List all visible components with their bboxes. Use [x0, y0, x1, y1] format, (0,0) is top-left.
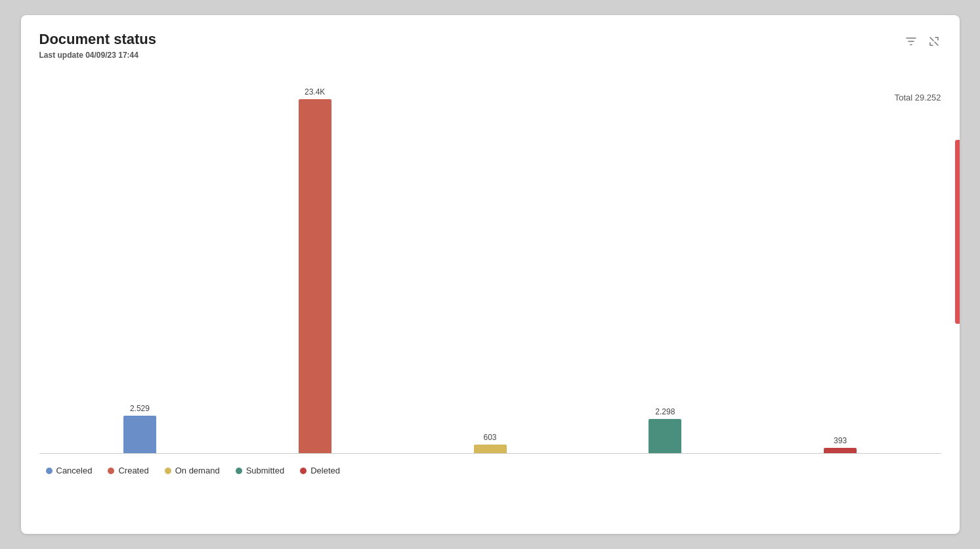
legend-dot-canceled [46, 468, 53, 474]
bar-created[interactable] [299, 99, 331, 454]
chart-baseline [39, 453, 941, 454]
bar-label-submitted: 2.298 [655, 407, 675, 416]
legend-dot-on_demand [165, 468, 171, 474]
bar-group-on_demand: 603 [474, 433, 507, 454]
bar-label-created: 23.4K [305, 87, 325, 97]
legend-label-deleted: Deleted [310, 466, 340, 475]
legend-item-created: Created [108, 466, 148, 475]
chart-area: 2.52923.4K6032.298393 [39, 73, 941, 454]
legend-label-on_demand: On demand [175, 466, 220, 475]
expand-button[interactable] [927, 34, 941, 52]
card-title: Document status [39, 31, 156, 48]
legend-dot-deleted [300, 468, 307, 474]
legend-label-created: Created [118, 466, 148, 475]
bar-group-created: 23.4K [299, 87, 331, 454]
legend-label-canceled: Canceled [56, 466, 93, 475]
filter-button[interactable] [903, 33, 919, 53]
bar-group-deleted: 393 [824, 436, 857, 454]
legend-dot-created [108, 468, 114, 474]
right-accent [955, 140, 960, 324]
header-icons [903, 33, 941, 53]
bar-submitted[interactable] [649, 419, 681, 454]
filter-icon [905, 35, 918, 48]
title-block: Document status Last update 04/09/23 17:… [39, 31, 156, 60]
legend-item-on_demand: On demand [165, 466, 220, 475]
bar-label-deleted: 393 [834, 436, 847, 445]
legend-item-submitted: Submitted [236, 466, 285, 475]
card-header: Document status Last update 04/09/23 17:… [39, 31, 941, 60]
document-status-card: Document status Last update 04/09/23 17:… [21, 15, 960, 534]
legend-dot-submitted [236, 468, 242, 474]
bar-group-canceled: 2.529 [123, 404, 156, 454]
legend-item-deleted: Deleted [300, 466, 340, 475]
bar-label-on_demand: 603 [483, 433, 496, 442]
legend-label-submitted: Submitted [246, 466, 285, 475]
bars-container: 2.52923.4K6032.298393 [39, 73, 941, 454]
bar-group-submitted: 2.298 [649, 407, 681, 454]
bar-on_demand[interactable] [474, 445, 507, 454]
chart-inner: 2.52923.4K6032.298393 [39, 73, 941, 454]
chart-legend: CanceledCreatedOn demandSubmittedDeleted [39, 466, 941, 475]
legend-item-canceled: Canceled [46, 466, 93, 475]
last-update-label: Last update 04/09/23 17:44 [39, 51, 156, 60]
expand-icon [928, 35, 940, 47]
bar-label-canceled: 2.529 [130, 404, 150, 413]
bar-canceled[interactable] [123, 416, 156, 454]
